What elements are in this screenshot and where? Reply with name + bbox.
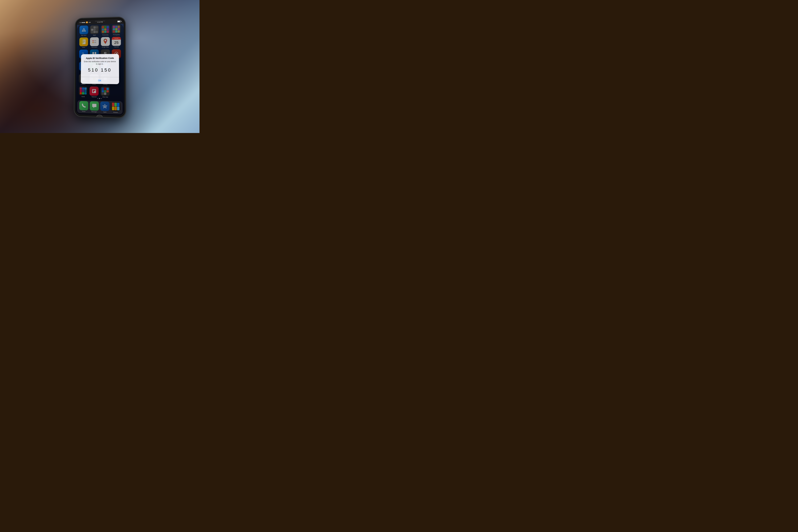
alert-buttons: OK bbox=[81, 77, 119, 84]
signal-dot-1 bbox=[79, 22, 80, 23]
home-screen: App Store bbox=[76, 24, 124, 116]
alert-code: 510 150 bbox=[84, 68, 116, 73]
status-right bbox=[117, 20, 121, 22]
signal-dots bbox=[79, 22, 85, 23]
signal-dot-3 bbox=[82, 22, 83, 23]
phone-wrapper: 📶 AIS 1:13 PM bbox=[74, 17, 125, 118]
status-left: 📶 AIS bbox=[79, 21, 91, 23]
alert-title: Apple ID Verification Code bbox=[84, 57, 116, 60]
battery-icon bbox=[117, 20, 121, 22]
alert-dialog: Apple ID Verification Code Enter this ve… bbox=[81, 54, 119, 84]
alert-message: Enter this verification code on your dev… bbox=[84, 60, 116, 65]
phone-screen: 📶 AIS 1:13 PM bbox=[76, 19, 124, 116]
wifi-icon: 📶 bbox=[86, 21, 88, 23]
signal-dot-4 bbox=[83, 22, 84, 23]
signal-dot-2 bbox=[81, 22, 82, 23]
iphone-device: 📶 AIS 1:13 PM bbox=[74, 17, 125, 118]
alert-overlay: Apple ID Verification Code Enter this ve… bbox=[76, 24, 124, 116]
signal-dot-5 bbox=[84, 22, 85, 23]
alert-content: Apple ID Verification Code Enter this ve… bbox=[81, 54, 119, 77]
carrier-text: AIS bbox=[89, 21, 91, 23]
battery-fill bbox=[117, 21, 120, 22]
alert-ok-button[interactable]: OK bbox=[81, 77, 119, 84]
